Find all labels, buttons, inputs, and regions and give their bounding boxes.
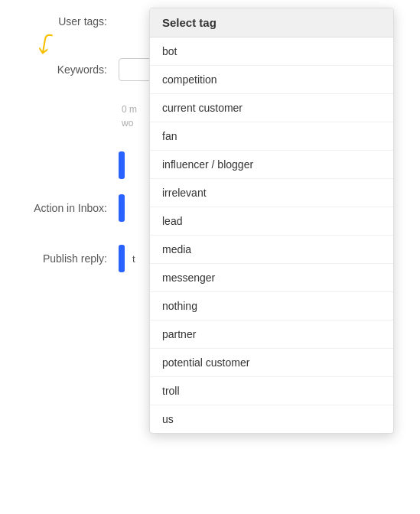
select-tag-dropdown[interactable]: Select tag botcompetitioncurrent custome… [149, 8, 394, 434]
action-inbox-label: Action in Inbox: [15, 202, 107, 214]
dropdown-header: Select tag [150, 8, 393, 37]
list-item[interactable]: bot [150, 37, 393, 66]
list-item[interactable]: competition [150, 66, 393, 94]
list-item[interactable]: messenger [150, 264, 393, 292]
list-item[interactable]: irrelevant [150, 179, 393, 207]
list-item[interactable]: media [150, 236, 393, 264]
dropdown-wrapper: Select tag botcompetitioncurrent custome… [149, 8, 394, 434]
blue-bar-1 [119, 151, 125, 179]
list-item[interactable]: nothing [150, 292, 393, 320]
list-item[interactable]: troll [150, 377, 393, 405]
list-item[interactable]: influencer / blogger [150, 151, 393, 179]
note-line1: 0 m [122, 104, 137, 115]
keywords-label: Keywords: [15, 63, 107, 76]
page-container: User tags: ⤵ Keywords: ers 0 m wo Action… [0, 0, 420, 514]
publish-reply-value: t [132, 253, 135, 265]
list-item[interactable]: potential customer [150, 349, 393, 377]
list-item[interactable]: current customer [150, 94, 393, 122]
blue-bar-2 [119, 194, 125, 222]
arrow-icon: ⤵ [35, 28, 54, 62]
note-line2: wo [122, 118, 137, 128]
blue-bar-3 [119, 245, 125, 272]
list-item[interactable]: fan [150, 122, 393, 151]
dropdown-list[interactable]: botcompetitioncurrent customerfaninfluen… [150, 37, 393, 433]
list-item[interactable]: partner [150, 320, 393, 349]
list-item[interactable]: lead [150, 207, 393, 236]
list-item[interactable]: us [150, 405, 393, 433]
user-tags-label: User tags: [15, 15, 107, 28]
publish-reply-label: Publish reply: [15, 252, 107, 265]
